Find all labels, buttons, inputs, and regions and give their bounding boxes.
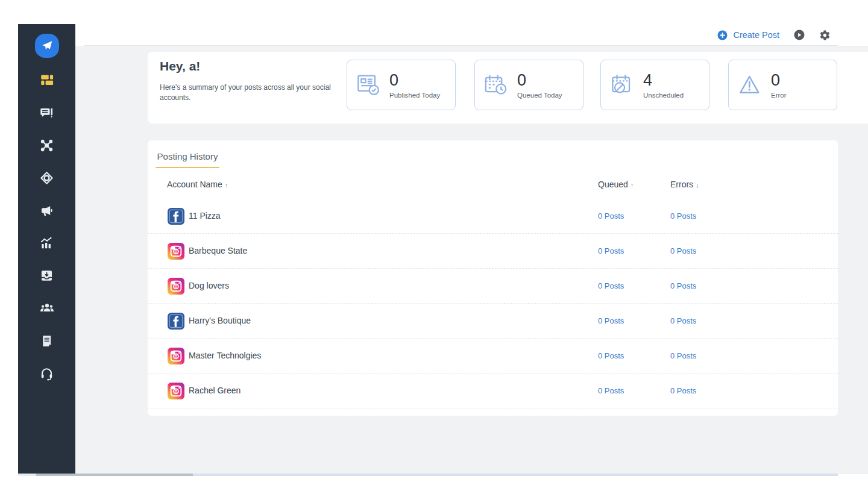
app-window: Create Post [0,0,868,488]
error-posts-link[interactable]: 0 Posts [670,386,696,395]
error-posts-link[interactable]: 0 Posts [670,316,696,325]
table-body: 11 Pizza 0 Posts 0 Posts Barbeque State … [148,199,838,408]
sidebar-item-promote[interactable] [18,194,75,227]
sidebar-item-discover[interactable] [18,161,75,194]
sidebar-item-connect[interactable] [18,129,75,161]
document-pages-icon [39,333,54,348]
table-row[interactable]: Rachel Green 0 Posts 0 Posts [148,374,838,408]
chat-compose-icon [39,105,54,120]
team-people-icon [39,300,55,316]
stat-value-queued: 0 [517,71,562,90]
facebook-icon [168,313,184,330]
sidebar-item-analytics[interactable] [18,227,75,259]
queued-posts-link[interactable]: 0 Posts [598,351,624,360]
table-row[interactable]: Barbeque State 0 Posts 0 Posts [148,234,838,269]
table-row[interactable]: Dog lovers 0 Posts 0 Posts [148,269,838,304]
greeting-title: Hey, a! [160,59,200,74]
summary-band: Hey, a! Here's a summary of your posts a… [148,52,868,124]
error-posts-link[interactable]: 0 Posts [670,351,696,360]
dashboard-grid-icon [39,72,55,88]
facebook-icon [168,208,184,225]
stat-card-error[interactable]: 0 Error [728,60,837,110]
greeting-subtitle: Here's a summary of your posts across al… [160,83,341,104]
stat-label-queued: Queued Today [517,92,562,99]
queued-posts-link[interactable]: 0 Posts [598,386,624,395]
sidebar-item-compose[interactable] [18,96,75,129]
sort-arrow-up-icon: ↑ [225,181,228,189]
sort-arrow-up-icon: ↑ [631,181,634,189]
send-plane-logo-icon [40,39,54,52]
stat-label-error: Error [771,92,787,99]
error-posts-link[interactable]: 0 Posts [670,281,696,290]
stat-card-published-today[interactable]: 0 Published Today [347,60,456,110]
table-row[interactable]: 11 Pizza 0 Posts 0 Posts [148,199,838,234]
account-name: Harry's Boutique [189,316,251,325]
sidebar-item-support[interactable] [18,357,75,389]
app-logo[interactable] [35,34,59,58]
account-name: Barbeque State [189,246,247,255]
analytics-chart-icon [39,236,54,251]
stat-value-published: 0 [389,71,440,90]
instagram-icon [168,278,184,295]
stat-value-unscheduled: 4 [643,71,684,90]
account-name: 11 Pizza [189,211,221,221]
queued-posts-link[interactable]: 0 Posts [598,281,624,290]
tab-posting-history-label: Posting History [157,151,218,161]
column-header-queued[interactable]: Queued↑ [598,180,634,189]
topbar: Create Post [75,24,868,46]
compass-diamond-icon [39,170,54,186]
table-row[interactable]: Harry's Boutique 0 Posts 0 Posts [148,304,838,339]
create-post-button[interactable]: Create Post [717,30,779,40]
create-post-label: Create Post [733,30,779,40]
instagram-icon [168,243,184,260]
calendar-clock-icon [484,74,509,96]
error-posts-link[interactable]: 0 Posts [670,246,696,255]
active-tab-underline [156,167,219,168]
queued-posts-link[interactable]: 0 Posts [598,211,624,221]
stat-card-queued-today[interactable]: 0 Queued Today [474,60,583,110]
queued-posts-link[interactable]: 0 Posts [598,246,624,255]
settings-gear-icon[interactable] [819,30,831,41]
account-name: Rachel Green [189,386,241,395]
stat-label-published: Published Today [389,92,440,99]
account-name: Dog lovers [189,281,229,290]
column-header-errors[interactable]: Errors↓ [670,180,699,189]
megaphone-icon [39,203,54,218]
queued-posts-link[interactable]: 0 Posts [598,316,624,325]
horizontal-scrollbar-track-highlight [193,474,838,476]
stat-card-unscheduled[interactable]: 4 Unscheduled [600,60,709,110]
headset-icon [39,366,54,381]
sidebar-item-inbox[interactable] [18,259,75,292]
sidebar-item-dashboard[interactable] [18,64,75,96]
published-doc-check-icon [356,74,382,96]
instagram-icon [168,383,184,399]
table-row[interactable]: Master Technolgies 0 Posts 0 Posts [148,339,838,374]
horizontal-scrollbar-thumb[interactable] [36,474,193,476]
stat-label-unscheduled: Unscheduled [643,92,684,99]
play-circle-icon[interactable] [794,30,805,40]
calendar-blocked-icon [610,74,635,96]
sort-arrow-down-icon: ↓ [696,181,699,189]
network-hub-icon [39,138,54,153]
table-header-row: Account Name↑ Queued↑ Errors↓ [148,174,838,198]
tab-posting-history[interactable]: Posting History [156,151,219,168]
inbox-download-icon [39,268,54,283]
stat-value-error: 0 [771,71,787,90]
warning-triangle-icon [738,74,763,96]
sidebar-item-blog[interactable] [18,324,75,357]
sidebar-nav [18,64,75,389]
instagram-icon [168,348,184,364]
sidebar [18,24,75,474]
posting-history-card: Posting History Account Name↑ Queued↑ Er… [148,140,838,416]
sidebar-item-team[interactable] [18,292,75,324]
error-posts-link[interactable]: 0 Posts [670,211,696,221]
column-header-account-name[interactable]: Account Name↑ [167,180,228,189]
account-name: Master Technolgies [189,351,261,360]
plus-circle-icon [717,30,728,40]
